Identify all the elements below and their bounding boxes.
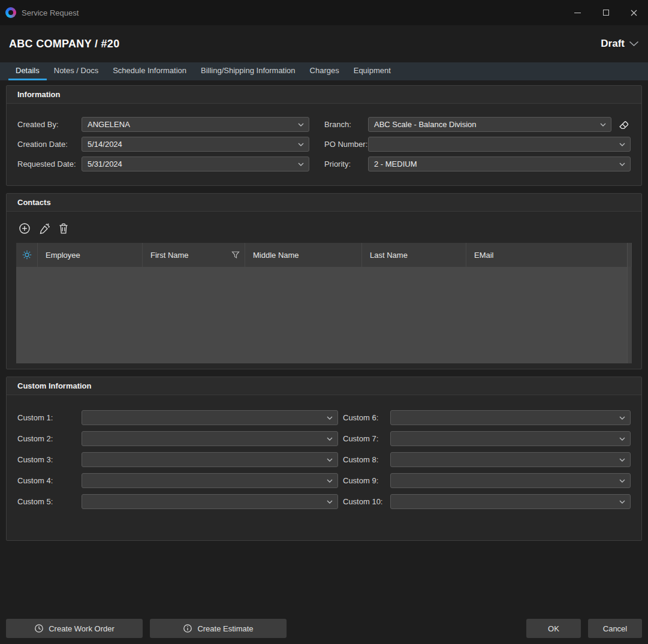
- branch-value: ABC Scale - Balance Division: [374, 120, 596, 129]
- chevron-down-icon: [298, 162, 304, 166]
- create-work-order-label: Create Work Order: [49, 624, 114, 633]
- tab-details[interactable]: Details: [8, 62, 47, 80]
- branch-label: Branch:: [324, 120, 368, 129]
- cancel-button[interactable]: Cancel: [588, 619, 642, 638]
- maximize-button[interactable]: [592, 0, 620, 25]
- custom-8-dropdown[interactable]: [390, 452, 631, 467]
- custom-5-label: Custom 5:: [17, 497, 82, 506]
- chevron-down-icon: [327, 458, 333, 462]
- edit-contact-button[interactable]: [38, 222, 50, 234]
- contacts-grid-empty-area: [16, 267, 627, 363]
- tab-bar: Details Notes / Docs Schedule Informatio…: [0, 62, 648, 80]
- record-header: ABC COMPANY / #20 Draft: [0, 25, 648, 62]
- chevron-down-icon: [629, 41, 639, 47]
- branch-dropdown[interactable]: ABC Scale - Balance Division: [368, 117, 611, 132]
- maximize-icon: [603, 10, 609, 16]
- tab-charges[interactable]: Charges: [303, 62, 346, 80]
- custom-1-dropdown[interactable]: [82, 410, 338, 425]
- tab-equipment[interactable]: Equipment: [346, 62, 398, 80]
- column-header-first-name[interactable]: First Name: [143, 243, 245, 267]
- cancel-label: Cancel: [603, 624, 627, 633]
- add-circle-icon: [19, 222, 31, 234]
- chevron-down-icon: [327, 416, 333, 420]
- column-header-employee[interactable]: Employee: [38, 243, 143, 267]
- edit-pencil-icon: [38, 222, 50, 234]
- delete-contact-button[interactable]: [58, 222, 69, 234]
- requested-date-dropdown[interactable]: 5/31/2024: [82, 157, 309, 171]
- create-estimate-button[interactable]: Create Estimate: [150, 619, 287, 638]
- custom-5-dropdown[interactable]: [82, 494, 338, 509]
- clear-branch-button[interactable]: [611, 118, 631, 131]
- service-request-window: Service Request ABC COMPANY / #20 Draft …: [0, 0, 648, 644]
- created-by-label: Created By:: [17, 120, 82, 129]
- custom-2-label: Custom 2:: [17, 434, 82, 443]
- custom-6-dropdown[interactable]: [390, 410, 631, 425]
- add-contact-button[interactable]: [19, 222, 31, 234]
- custom-4-dropdown[interactable]: [82, 473, 338, 488]
- minimize-icon: [574, 13, 581, 13]
- close-button[interactable]: [620, 0, 648, 25]
- chevron-down-icon: [619, 500, 625, 504]
- titlebar: Service Request: [0, 0, 648, 25]
- contacts-section: Contacts: [6, 193, 642, 369]
- custom-10-dropdown[interactable]: [390, 494, 631, 509]
- grid-scrollbar-track: [627, 267, 632, 363]
- chevron-down-icon: [327, 500, 333, 504]
- contacts-toolbar: [19, 220, 632, 237]
- create-estimate-label: Create Estimate: [197, 624, 253, 633]
- form-row: Custom 4: Custom 9:: [17, 473, 631, 488]
- footer-bar: Create Work Order Create Estimate OK Can…: [0, 619, 648, 644]
- ok-button[interactable]: OK: [526, 619, 581, 638]
- status-dropdown[interactable]: Draft: [601, 38, 639, 50]
- created-by-value: ANGELENA: [88, 120, 294, 129]
- chevron-down-icon: [600, 123, 606, 127]
- chevron-down-icon: [619, 143, 625, 146]
- chevron-down-icon: [298, 123, 304, 127]
- column-header-label: Last Name: [370, 251, 408, 260]
- ok-label: OK: [548, 624, 559, 633]
- status-badge: Draft: [601, 38, 625, 50]
- requested-date-value: 5/31/2024: [88, 160, 294, 168]
- custom-2-dropdown[interactable]: [82, 431, 338, 446]
- custom-3-label: Custom 3:: [17, 455, 82, 464]
- custom-10-label: Custom 10:: [343, 497, 390, 506]
- contacts-section-title: Contacts: [7, 194, 641, 212]
- custom-3-dropdown[interactable]: [82, 452, 338, 467]
- column-header-label: Employee: [46, 251, 80, 260]
- custom-information-section-title: Custom Information: [7, 377, 641, 395]
- tab-notes-docs[interactable]: Notes / Docs: [47, 62, 106, 80]
- contacts-grid-rows: [16, 267, 632, 363]
- page-title: ABC COMPANY / #20: [9, 38, 119, 50]
- minimize-button[interactable]: [563, 0, 592, 25]
- chevron-down-icon: [327, 437, 333, 441]
- info-icon: [183, 624, 192, 633]
- column-header-email[interactable]: EMail: [466, 243, 627, 267]
- po-number-field-group: [368, 137, 631, 152]
- column-header-label: First Name: [150, 251, 189, 260]
- create-work-order-button[interactable]: Create Work Order: [6, 619, 143, 638]
- tab-billing-shipping-information[interactable]: Billing/Shipping Information: [194, 62, 303, 80]
- form-row: Created By: ANGELENA Branch: ABC Scale -…: [17, 117, 631, 132]
- window-controls: [563, 0, 648, 25]
- tab-schedule-information[interactable]: Schedule Information: [106, 62, 194, 80]
- chevron-down-icon: [619, 458, 625, 462]
- custom-9-dropdown[interactable]: [390, 473, 631, 488]
- custom-7-dropdown[interactable]: [390, 431, 631, 446]
- priority-field-group: 2 - MEDIUM: [368, 157, 631, 171]
- column-header-last-name[interactable]: Last Name: [362, 243, 466, 267]
- creation-date-dropdown[interactable]: 5/14/2024: [82, 137, 309, 152]
- chevron-down-icon: [327, 479, 333, 483]
- grid-scrollbar-track-top: [627, 243, 632, 267]
- column-header-middle-name[interactable]: Middle Name: [245, 243, 362, 267]
- po-number-dropdown[interactable]: [368, 137, 631, 152]
- custom-9-label: Custom 9:: [343, 476, 390, 485]
- form-row: Custom 2: Custom 7:: [17, 431, 631, 446]
- information-section: Information Created By: ANGELENA Branch:…: [6, 85, 642, 186]
- priority-value: 2 - MEDIUM: [374, 160, 616, 168]
- priority-label: Priority:: [324, 160, 368, 168]
- row-indicator-column-header[interactable]: [16, 243, 38, 267]
- created-by-dropdown[interactable]: ANGELENA: [82, 117, 309, 132]
- po-number-label: PO Number:: [324, 140, 368, 149]
- filter-funnel-icon[interactable]: [231, 251, 240, 259]
- priority-dropdown[interactable]: 2 - MEDIUM: [368, 157, 631, 171]
